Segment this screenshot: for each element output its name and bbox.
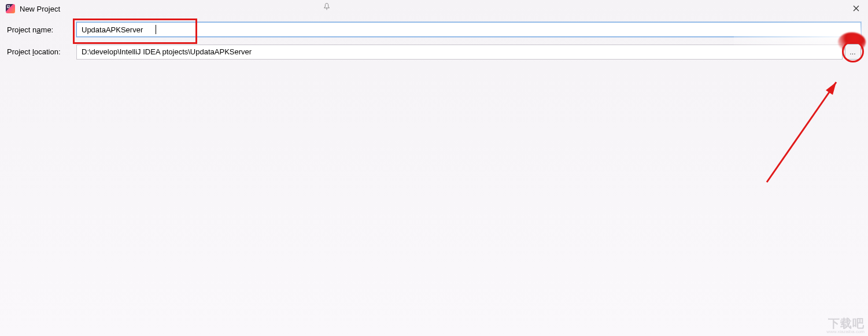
close-button[interactable]	[848, 2, 863, 14]
form-area: Project name: Project location: …	[0, 17, 868, 60]
close-icon	[853, 5, 859, 12]
annotation-arrow	[755, 69, 848, 185]
svg-marker-3	[826, 82, 836, 95]
project-location-label: Project location:	[7, 47, 76, 56]
watermark-text: 下载吧	[828, 317, 865, 330]
project-location-row: Project location: …	[7, 44, 861, 60]
title-bar: New Project	[0, 0, 868, 17]
project-name-input[interactable]	[76, 22, 861, 37]
svg-line-2	[767, 82, 836, 182]
project-name-row: Project name:	[7, 22, 861, 37]
project-name-input-wrap	[76, 22, 861, 37]
intellij-icon	[6, 4, 15, 13]
project-name-label: Project name:	[7, 25, 76, 34]
pin-icon	[323, 3, 331, 11]
window-title: New Project	[20, 5, 60, 13]
watermark: 下载吧 www.xiazaiba.com	[826, 317, 865, 335]
text-caret	[156, 25, 156, 34]
browse-button[interactable]: …	[845, 44, 861, 60]
project-location-input-wrap: …	[76, 44, 861, 60]
watermark-sub: www.xiazaiba.com	[826, 330, 865, 335]
project-location-input[interactable]	[76, 45, 843, 60]
